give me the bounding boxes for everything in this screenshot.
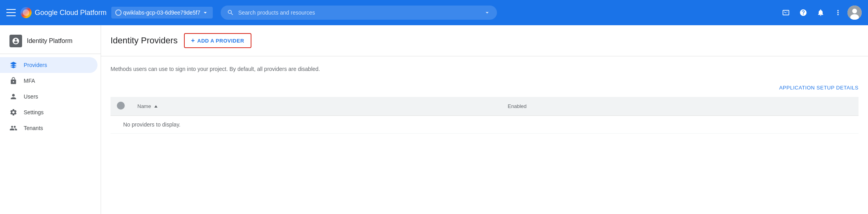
brand-logo — [21, 7, 32, 18]
table-col-name[interactable]: Name — [131, 97, 501, 116]
users-icon — [9, 93, 17, 100]
settings-icon — [9, 108, 17, 116]
sidebar-item-tenants[interactable]: Tenants — [0, 120, 97, 136]
sidebar-item-label-mfa: MFA — [24, 78, 35, 84]
app-setup-details-link[interactable]: APPLICATION SETUP DETAILS — [779, 85, 859, 91]
mfa-icon — [9, 77, 17, 85]
page-content: Methods users can use to sign into your … — [101, 56, 868, 143]
search-icon — [227, 9, 234, 16]
add-provider-plus-icon: + — [191, 37, 195, 44]
table-col-enabled: Enabled — [501, 97, 859, 116]
sidebar-item-mfa[interactable]: MFA — [0, 73, 97, 89]
page-layout: Identity Platform Providers MFA Users Se — [0, 25, 868, 214]
user-avatar[interactable] — [847, 6, 862, 20]
sidebar-item-label-users: Users — [24, 93, 38, 100]
table-header: Name Enabled — [111, 97, 859, 116]
sidebar-header-icon — [9, 35, 22, 47]
search-input[interactable] — [238, 9, 480, 16]
providers-icon — [9, 61, 17, 69]
tenants-icon — [9, 124, 17, 132]
project-selector[interactable]: qwiklabs-gcp-03-6d9ee79de5f7 — [111, 7, 213, 19]
table-header-row: Name Enabled — [111, 97, 859, 116]
sort-ascending-icon — [154, 105, 157, 108]
table-row-empty: No providers to display. — [111, 116, 859, 134]
sidebar-header: Identity Platform — [0, 28, 101, 54]
page-header: Identity Providers + ADD A PROVIDER — [101, 25, 868, 56]
hamburger-menu[interactable] — [6, 8, 16, 17]
search-bar[interactable] — [221, 6, 497, 20]
table-col-color — [111, 97, 131, 116]
table-color-dot — [117, 102, 125, 110]
add-provider-button[interactable]: + ADD A PROVIDER — [184, 33, 251, 48]
sidebar-item-providers[interactable]: Providers — [0, 57, 97, 73]
add-provider-label: ADD A PROVIDER — [197, 38, 244, 44]
providers-description: Methods users can use to sign into your … — [111, 66, 859, 72]
project-dropdown-icon — [202, 9, 209, 16]
table-body: No providers to display. — [111, 116, 859, 134]
sidebar: Identity Platform Providers MFA Users Se — [0, 25, 101, 214]
sidebar-item-label-providers: Providers — [24, 62, 47, 68]
no-providers-message: No providers to display. — [117, 115, 187, 134]
page-title: Identity Providers — [111, 35, 178, 46]
cloud-shell-button[interactable] — [778, 5, 794, 20]
notifications-button[interactable] — [813, 5, 829, 20]
providers-table: Name Enabled No providers to display. — [111, 97, 859, 134]
sidebar-item-label-tenants: Tenants — [24, 125, 43, 131]
help-button[interactable] — [795, 5, 811, 20]
sidebar-item-label-settings: Settings — [24, 109, 44, 115]
app-setup-link-container: APPLICATION SETUP DETAILS — [111, 85, 859, 91]
sidebar-item-users[interactable]: Users — [0, 89, 97, 104]
search-dropdown-icon[interactable] — [484, 9, 491, 17]
project-name: qwiklabs-gcp-03-6d9ee79de5f7 — [123, 9, 200, 16]
sidebar-title: Identity Platform — [27, 37, 73, 45]
top-nav: Google Cloud Platform qwiklabs-gcp-03-6d… — [0, 0, 868, 25]
nav-actions — [778, 5, 862, 20]
more-options-button[interactable] — [830, 5, 846, 20]
svg-point-2 — [852, 9, 857, 13]
name-sort[interactable]: Name — [137, 103, 157, 109]
sidebar-item-settings[interactable]: Settings — [0, 104, 97, 120]
main-content: Identity Providers + ADD A PROVIDER Meth… — [101, 25, 868, 214]
project-icon — [115, 9, 122, 16]
brand-name: Google Cloud Platform — [35, 9, 107, 17]
nav-brand: Google Cloud Platform — [21, 7, 107, 18]
